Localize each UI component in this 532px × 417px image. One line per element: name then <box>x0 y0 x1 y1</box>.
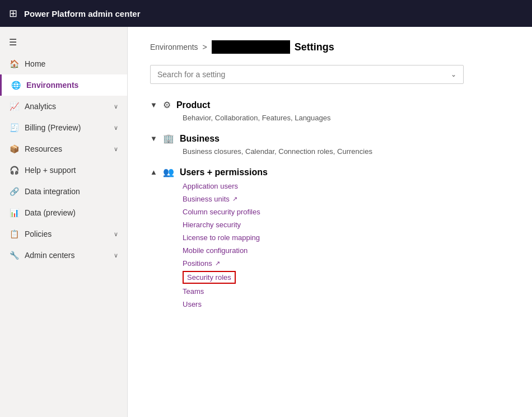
link-teams[interactable]: Teams <box>183 286 510 297</box>
data-preview-icon: 📊 <box>9 208 19 218</box>
environments-label: Environments <box>26 81 118 90</box>
section-users-permissions-header[interactable]: ▲👥Users + permissions <box>150 167 510 177</box>
page-title: Settings <box>295 41 334 53</box>
environments-icon: 🌐 <box>11 80 21 90</box>
policies-label: Policies <box>25 229 108 238</box>
product-toggle-icon[interactable]: ▼ <box>150 101 157 109</box>
product-title: Product <box>176 100 210 110</box>
help-icon: 🎧 <box>9 165 19 175</box>
sidebar-item-admin-centers[interactable]: 🔧Admin centers∨ <box>0 245 127 266</box>
data-integration-icon: 🔗 <box>9 186 19 196</box>
resources-chevron-icon: ∨ <box>114 146 118 153</box>
link-license-to-role-mapping[interactable]: License to role mapping <box>183 232 510 243</box>
help-label: Help + support <box>25 166 118 175</box>
admin-centers-icon: 🔧 <box>9 250 19 260</box>
users-permissions-toggle-icon[interactable]: ▲ <box>150 168 157 176</box>
hamburger-button[interactable]: ☰ <box>0 31 127 53</box>
analytics-label: Analytics <box>25 102 108 111</box>
breadcrumb-env-name <box>212 40 290 54</box>
sidebar-item-analytics[interactable]: 📈Analytics∨ <box>0 96 127 117</box>
users-permissions-title: Users + permissions <box>180 167 268 177</box>
breadcrumb-environments[interactable]: Environments <box>150 43 198 51</box>
home-label: Home <box>25 59 118 68</box>
app-title: Power Platform admin center <box>24 9 141 18</box>
policies-chevron-icon: ∨ <box>114 231 118 238</box>
data-integration-label: Data integration <box>25 187 118 196</box>
section-business-header[interactable]: ▼🏢Business <box>150 133 510 144</box>
external-link-icon: ↗ <box>232 195 237 203</box>
chevron-down-icon: ⌄ <box>451 71 456 78</box>
link-mobile-configuration[interactable]: Mobile configuration <box>183 245 510 256</box>
sidebar-item-home[interactable]: 🏠Home <box>0 53 127 74</box>
link-column-security-profiles[interactable]: Column security profiles <box>183 207 510 217</box>
link-hierarchy-security[interactable]: Hierarchy security <box>183 219 510 230</box>
sidebar-item-data-preview[interactable]: 📊Data (preview) <box>0 202 127 223</box>
sidebar-item-help[interactable]: 🎧Help + support <box>0 160 127 181</box>
link-application-users[interactable]: Application users <box>183 181 510 191</box>
billing-icon: 🧾 <box>9 123 19 133</box>
users-permissions-icon: 👥 <box>163 167 174 177</box>
sidebar-item-policies[interactable]: 📋Policies∨ <box>0 223 127 245</box>
product-icon: ⚙ <box>163 100 171 110</box>
link-positions[interactable]: Positions ↗ <box>183 258 510 269</box>
business-toggle-icon[interactable]: ▼ <box>150 134 157 143</box>
resources-label: Resources <box>25 144 108 153</box>
business-title: Business <box>180 134 220 144</box>
search-input[interactable] <box>157 70 451 79</box>
admin-centers-label: Admin centers <box>25 251 108 260</box>
sidebar-item-billing[interactable]: 🧾Billing (Preview)∨ <box>0 117 127 138</box>
waffle-icon[interactable]: ⊞ <box>9 7 17 20</box>
main-content: Environments > Settings ⌄ ▼⚙ProductBehav… <box>128 27 532 417</box>
business-icon: 🏢 <box>163 133 174 144</box>
section-business: ▼🏢BusinessBusiness closures, Calendar, C… <box>150 133 510 156</box>
external-link-icon: ↗ <box>215 260 220 267</box>
analytics-chevron-icon: ∨ <box>114 103 118 110</box>
billing-chevron-icon: ∨ <box>114 124 118 132</box>
breadcrumb-separator: > <box>203 43 207 51</box>
link-business-units[interactable]: Business units ↗ <box>183 194 510 204</box>
section-product-header[interactable]: ▼⚙Product <box>150 100 510 110</box>
section-users-permissions: ▲👥Users + permissionsApplication usersBu… <box>150 167 510 310</box>
link-security-roles[interactable]: Security roles <box>183 271 236 284</box>
search-box[interactable]: ⌄ <box>150 65 464 84</box>
sidebar-item-resources[interactable]: 📦Resources∨ <box>0 138 127 160</box>
sidebar-item-environments[interactable]: 🌐Environments <box>0 74 127 96</box>
policies-icon: 📋 <box>9 229 19 239</box>
data-preview-label: Data (preview) <box>25 208 118 217</box>
sidebar: ☰ 🏠Home🌐Environments📈Analytics∨🧾Billing … <box>0 27 128 417</box>
resources-icon: 📦 <box>9 144 19 154</box>
admin-centers-chevron-icon: ∨ <box>114 252 118 259</box>
topbar: ⊞ Power Platform admin center <box>0 0 532 27</box>
link-users[interactable]: Users <box>183 299 510 310</box>
section-product: ▼⚙ProductBehavior, Collaboration, Featur… <box>150 100 510 122</box>
home-icon: 🏠 <box>9 59 19 69</box>
sidebar-item-data-integration[interactable]: 🔗Data integration <box>0 181 127 202</box>
product-subtitle: Behavior, Collaboration, Features, Langu… <box>183 114 510 122</box>
analytics-icon: 📈 <box>9 101 19 111</box>
billing-label: Billing (Preview) <box>25 123 108 132</box>
layout: ☰ 🏠Home🌐Environments📈Analytics∨🧾Billing … <box>0 27 532 417</box>
users-permissions-links: Application usersBusiness units ↗Column … <box>183 181 510 310</box>
breadcrumb: Environments > Settings <box>150 40 510 54</box>
business-subtitle: Business closures, Calendar, Connection … <box>183 147 510 156</box>
